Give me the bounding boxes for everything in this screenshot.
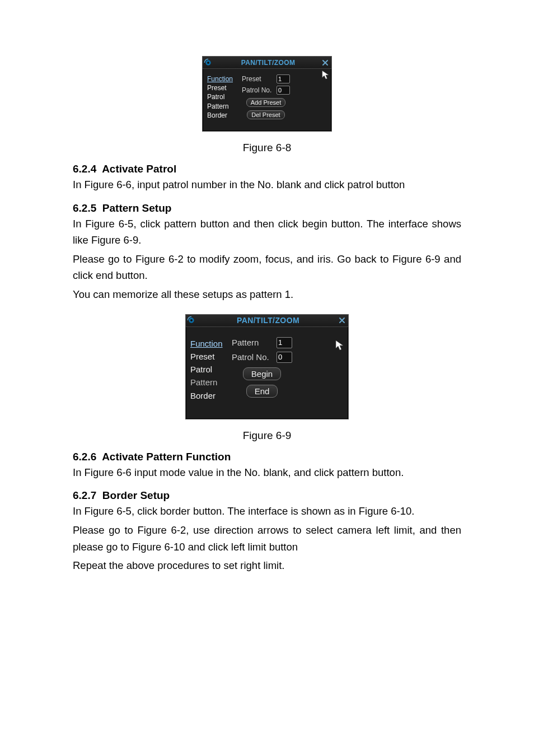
begin-button[interactable]: Begin [243,367,281,380]
figure-6-9: PAN/TILT/ZOOM Function Preset Patrol Pat… [73,314,461,442]
function-item-pattern[interactable]: Pattern [190,376,229,389]
close-icon[interactable] [338,316,346,324]
patrol-no-input[interactable]: 0 [277,352,292,363]
titlebar: PAN/TILT/ZOOM [186,315,348,327]
patrol-no-label: Patrol No. [242,86,273,94]
section-625-p1: In Figure 6-5, click pattern button and … [73,216,461,249]
patrol-no-input[interactable]: 0 [277,86,290,95]
function-item-preset[interactable]: Preset [190,350,229,363]
preset-label: Preset [242,75,273,83]
cursor-icon [321,70,329,80]
section-626-p1: In Figure 6-6 input mode value in the No… [73,464,461,481]
section-624-p1: In Figure 6-6, input patrol number in th… [73,176,461,193]
panel-ptz-9: PAN/TILT/ZOOM Function Preset Patrol Pat… [185,314,349,419]
figure-caption: Figure 6-9 [243,430,292,442]
cursor-icon [335,339,344,352]
svg-point-3 [190,319,193,321]
function-item-patrol[interactable]: Patrol [190,363,229,376]
section-627-p1: In Figure 6-5, click border button. The … [73,503,461,520]
camera-icon [187,316,196,325]
section-626-heading: 6.2.6 Activate Pattern Function [73,451,461,463]
titlebar: PAN/TILT/ZOOM [203,57,331,69]
function-list: Function Preset Patrol Pattern Border [190,337,229,402]
section-627-heading: 6.2.7 Border Setup [73,489,461,502]
patrol-no-label: Patrol No. [232,352,273,362]
function-item-border[interactable]: Border [190,389,229,402]
preset-input[interactable]: 1 [277,74,290,83]
svg-point-1 [207,62,209,64]
figure-caption: Figure 6-8 [243,142,292,154]
pattern-input[interactable]: 1 [277,337,292,348]
add-preset-button[interactable]: Add Preset [246,98,285,107]
del-preset-button[interactable]: Del Preset [247,110,284,119]
function-item-function[interactable]: Function [190,337,229,350]
section-627-p2: Please go to Figure 6-2, use direction a… [73,522,461,555]
function-item-preset[interactable]: Preset [207,83,240,92]
function-item-border[interactable]: Border [207,111,240,120]
section-625-p3: You can memorize all these setups as pat… [73,286,461,303]
section-625-heading: 6.2.5 Pattern Setup [73,202,461,214]
title-text: PAN/TILT/ZOOM [215,59,321,67]
section-624-heading: 6.2.4 Activate Patrol [73,163,461,175]
end-button[interactable]: End [246,385,278,398]
camera-icon [204,58,213,67]
figure-6-8: PAN/TILT/ZOOM Function Preset Patrol Pat… [73,56,461,154]
section-627-p3: Repeat the above procedures to set right… [73,557,461,574]
function-item-function[interactable]: Function [207,74,240,83]
close-icon[interactable] [321,59,329,67]
title-text: PAN/TILT/ZOOM [198,316,338,325]
panel-ptz-8: PAN/TILT/ZOOM Function Preset Patrol Pat… [202,56,332,132]
function-list: Function Preset Patrol Pattern Border [207,74,240,120]
section-625-p2: Please go to Figure 6-2 to modify zoom, … [73,251,461,284]
pattern-label: Pattern [232,338,273,347]
function-item-pattern[interactable]: Pattern [207,102,240,111]
function-item-patrol[interactable]: Patrol [207,92,240,101]
